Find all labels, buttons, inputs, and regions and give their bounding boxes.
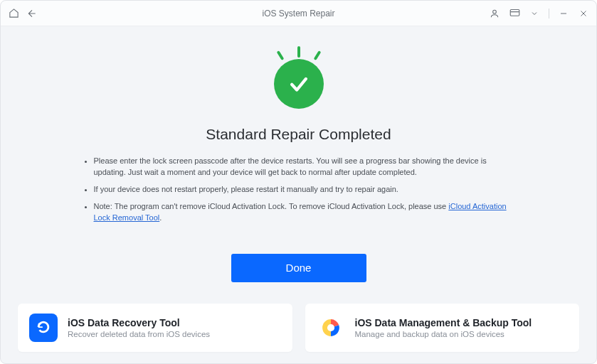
- back-icon[interactable]: [26, 8, 38, 19]
- instruction-item: Please enter the lock screen passcode af…: [94, 156, 519, 178]
- svg-point-0: [493, 10, 497, 14]
- svg-rect-1: [510, 10, 519, 16]
- minimize-icon[interactable]: [558, 8, 569, 19]
- instruction-list: Please enter the lock screen passcode af…: [78, 156, 519, 230]
- app-window: iOS System Repair: [0, 0, 597, 364]
- user-icon[interactable]: [489, 8, 500, 19]
- success-check-icon: [267, 52, 331, 116]
- note-suffix: .: [159, 213, 162, 222]
- feedback-icon[interactable]: [509, 8, 520, 19]
- svg-point-2: [327, 324, 334, 331]
- note-text: Note: The program can't remove iCloud Ac…: [94, 202, 449, 210]
- data-backup-icon: [317, 314, 345, 342]
- card-subtitle: Manage and backup data on iOS devices: [355, 330, 532, 338]
- home-icon[interactable]: [8, 8, 19, 19]
- card-subtitle: Recover deleted data from iOS devices: [68, 330, 210, 338]
- instruction-item: If your device does not restart properly…: [94, 184, 519, 196]
- close-icon[interactable]: [578, 8, 589, 19]
- titlebar: iOS System Repair: [1, 1, 596, 26]
- card-data-backup[interactable]: iOS Data Management & Backup Tool Manage…: [305, 304, 580, 352]
- chevron-down-icon[interactable]: [529, 8, 540, 19]
- data-recovery-icon: [29, 314, 58, 342]
- window-title: iOS System Repair: [136, 9, 461, 18]
- titlebar-divider: [549, 9, 549, 18]
- done-button[interactable]: Done: [231, 254, 366, 282]
- card-data-recovery[interactable]: iOS Data Recovery Tool Recover deleted d…: [18, 304, 292, 352]
- card-title: iOS Data Management & Backup Tool: [355, 317, 532, 328]
- promo-cards: iOS Data Recovery Tool Recover deleted d…: [1, 304, 596, 352]
- result-headline: Standard Repair Completed: [206, 126, 391, 143]
- instruction-note: Note: The program can't remove iCloud Ac…: [94, 201, 519, 224]
- card-title: iOS Data Recovery Tool: [68, 317, 210, 328]
